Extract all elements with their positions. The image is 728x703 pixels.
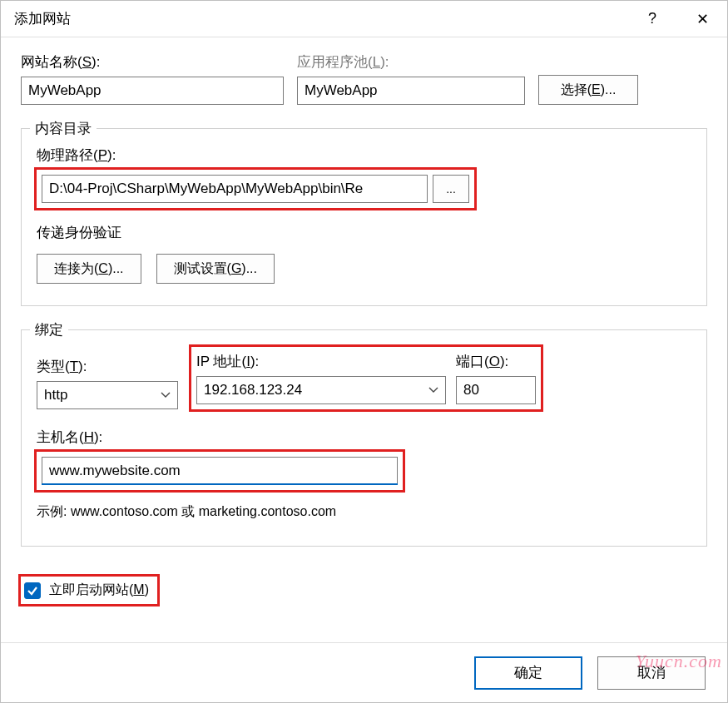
- type-label: 类型(T):: [37, 357, 178, 376]
- port-input[interactable]: [456, 376, 536, 404]
- close-icon: ✕: [696, 10, 709, 28]
- content-directory-legend: 内容目录: [30, 119, 97, 138]
- select-app-pool-button[interactable]: 选择(E)...: [538, 75, 638, 105]
- dialog-footer: Yuucn.com 确定 取消: [1, 642, 727, 702]
- host-name-example: 示例: www.contoso.com 或 marketing.contoso.…: [37, 503, 691, 521]
- app-pool-input: [297, 77, 525, 105]
- ip-address-label: IP 地址(I):: [196, 352, 446, 371]
- type-select[interactable]: http: [37, 381, 178, 409]
- site-name-label: 网站名称(S):: [21, 52, 284, 72]
- port-label: 端口(O):: [456, 352, 536, 371]
- connect-as-button[interactable]: 连接为(C)...: [37, 254, 141, 284]
- browse-path-button[interactable]: ...: [433, 175, 469, 203]
- binding-group: 绑定 类型(T): http IP 地址(I): 192.: [21, 329, 707, 547]
- start-immediately-checkbox[interactable]: 立即启动网站(M): [21, 577, 157, 604]
- app-pool-label: 应用程序池(L):: [297, 52, 525, 72]
- checkbox-checked-icon: [24, 582, 41, 599]
- ip-address-select[interactable]: 192.168.123.24: [196, 376, 446, 404]
- site-name-input[interactable]: [21, 77, 284, 105]
- chevron-down-icon: [428, 387, 438, 394]
- physical-path-label: 物理路径(P):: [37, 146, 691, 165]
- binding-legend: 绑定: [30, 320, 68, 339]
- watermark-text: Yuucn.com: [636, 651, 722, 672]
- window-title: 添加网站: [14, 9, 627, 28]
- dialog-body: 网站名称(S): 应用程序池(L): x 选择(E)... 内容目录 物理路径(…: [1, 37, 727, 604]
- host-name-input[interactable]: [42, 457, 398, 485]
- help-button[interactable]: ?: [627, 1, 677, 37]
- physical-path-input[interactable]: [42, 175, 428, 203]
- chevron-down-icon: [161, 392, 171, 399]
- close-button[interactable]: ✕: [677, 1, 727, 37]
- content-directory-group: 内容目录 物理路径(P): ... 传递身份验证 连接为(C)... 测试设置(…: [21, 128, 707, 306]
- start-immediately-label: 立即启动网站(M): [49, 582, 149, 599]
- passthrough-auth-label: 传递身份验证: [37, 223, 691, 242]
- host-name-label: 主机名(H):: [37, 428, 691, 447]
- add-website-dialog: 添加网站 ? ✕ 网站名称(S): 应用程序池(L): x 选择(E)... 内…: [0, 0, 728, 703]
- question-icon: ?: [648, 10, 656, 27]
- titlebar: 添加网站 ? ✕: [1, 1, 727, 37]
- test-settings-button[interactable]: 测试设置(G)...: [156, 254, 275, 284]
- ok-button[interactable]: 确定: [474, 656, 582, 690]
